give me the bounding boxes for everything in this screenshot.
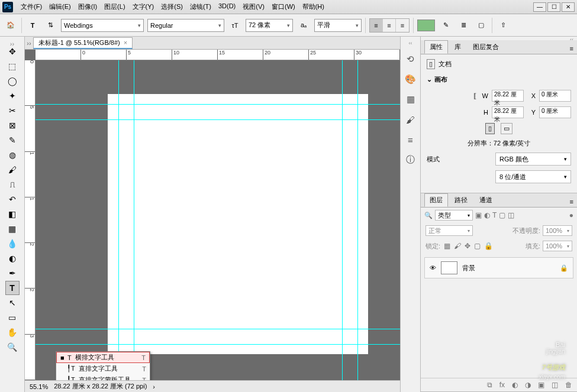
adjustments-panel-icon[interactable]: ⟲	[405, 53, 417, 65]
tab-channels[interactable]: 通道	[474, 193, 498, 207]
gradient-tool[interactable]: ▦	[5, 222, 20, 236]
menu-layer[interactable]: 图层(L)	[101, 1, 128, 12]
pen-tool[interactable]: ✒	[5, 266, 20, 280]
menu-file[interactable]: 文件(F)	[18, 1, 45, 12]
filter-type-icon[interactable]: T	[492, 211, 497, 219]
minimize-button[interactable]: —	[533, 2, 546, 12]
marquee-tool[interactable]: ⬚	[5, 59, 20, 73]
ruler-horizontal[interactable]: 0 510 1520 2530	[36, 50, 400, 60]
tab-libraries[interactable]: 库	[449, 40, 466, 54]
filter-toggle-icon[interactable]: ●	[569, 211, 573, 219]
healing-tool[interactable]: ◍	[5, 148, 20, 162]
lasso-tool[interactable]: ◯	[5, 74, 20, 88]
eraser-tool[interactable]: ◧	[5, 207, 20, 221]
expand-panels-icon[interactable]: ››	[25, 37, 33, 49]
zoom-tool[interactable]: 🔍	[5, 340, 20, 354]
layer-row[interactable]: 👁 背景 🔒	[424, 257, 573, 278]
text-color-swatch[interactable]	[417, 20, 435, 31]
brush-tool[interactable]: 🖌	[5, 163, 20, 177]
history-panel-icon[interactable]: ≡	[405, 134, 417, 145]
toggle-orientation-icon[interactable]: ⇅	[43, 18, 57, 33]
font-style-select[interactable]: Regular	[147, 19, 224, 32]
flyout-vertical-mask[interactable]: ╿T 直排文字蒙版工具T	[56, 374, 150, 380]
history-brush-tool[interactable]: ↶	[5, 192, 20, 206]
swatches-panel-icon[interactable]: ▦	[405, 93, 417, 105]
menu-filter[interactable]: 滤镜(T)	[187, 1, 214, 12]
menu-type[interactable]: 文字(Y)	[130, 1, 157, 12]
home-icon[interactable]: 🏠	[4, 18, 18, 33]
info-panel-icon[interactable]: ⓘ	[405, 154, 417, 166]
document-tab[interactable]: 未标题-1 @ 55.1%(RGB/8#) ×	[33, 37, 133, 49]
y-input[interactable]: 0 厘米	[539, 106, 571, 118]
font-family-select[interactable]: Webdings	[61, 19, 144, 32]
new-layer-icon[interactable]: ◫	[552, 381, 558, 389]
tab-properties[interactable]: 属性	[424, 40, 448, 54]
eyedropper-tool[interactable]: ✎	[5, 133, 20, 147]
link-layers-icon[interactable]: ⧉	[487, 381, 492, 389]
doc-info[interactable]: 28.22 厘米 x 28.22 厘米 (72 ppi)	[54, 382, 147, 391]
lock-artboard-icon[interactable]: ▢	[474, 242, 481, 250]
shape-tool[interactable]: ▭	[5, 310, 20, 325]
mask-icon[interactable]: ◐	[512, 381, 518, 389]
layer-thumbnail[interactable]	[441, 261, 457, 274]
search-icon[interactable]: 🔍	[424, 212, 433, 219]
crop-tool[interactable]: ✂	[5, 103, 20, 118]
ruler-vertical[interactable]: 05 11 22 3	[25, 60, 36, 380]
tab-close-icon[interactable]: ×	[124, 39, 127, 46]
menu-window[interactable]: 窗口(W)	[269, 1, 298, 12]
flyout-horizontal-type[interactable]: ■T 横排文字工具T	[56, 352, 150, 363]
tab-layer-comps[interactable]: 图层复合	[468, 40, 504, 54]
canvas-section-header[interactable]: ⌄ 画布	[427, 75, 571, 84]
lock-pos-icon[interactable]: ✥	[465, 242, 470, 250]
close-button[interactable]: ✕	[562, 2, 575, 12]
document-canvas[interactable]	[108, 94, 368, 354]
wand-tool[interactable]: ✦	[5, 89, 20, 103]
width-input[interactable]: 28.22 厘米	[492, 90, 524, 102]
bit-depth-select[interactable]: 8 位/通道	[495, 170, 571, 183]
color-mode-select[interactable]: RGB 颜色	[495, 153, 571, 166]
char-panel-icon[interactable]: ≣	[456, 18, 470, 33]
group-icon[interactable]: ▣	[538, 381, 544, 389]
lock-trans-icon[interactable]: ▦	[444, 242, 450, 250]
panel-menu-icon[interactable]: ≡	[566, 196, 577, 207]
brushes-panel-icon[interactable]: 🖌	[405, 114, 417, 125]
zoom-level[interactable]: 55.1%	[30, 383, 48, 390]
share-icon[interactable]: ⇧	[496, 18, 510, 33]
menu-3d[interactable]: 3D(D)	[215, 1, 238, 12]
blur-tool[interactable]: 💧	[5, 237, 20, 251]
delete-layer-icon[interactable]: 🗑	[565, 381, 572, 389]
filter-type-select[interactable]: 类型	[435, 210, 473, 221]
info-chevron-icon[interactable]: ›	[153, 383, 155, 390]
antialias-select[interactable]: 平滑	[314, 19, 362, 32]
dodge-tool[interactable]: ◐	[5, 251, 20, 265]
hand-tool[interactable]: ✋	[5, 325, 20, 339]
menu-view[interactable]: 视图(V)	[240, 1, 267, 12]
type-tool[interactable]: T	[5, 281, 20, 295]
filter-smart-icon[interactable]: ◫	[508, 211, 514, 219]
filter-image-icon[interactable]: ▣	[475, 211, 482, 219]
3d-text-icon[interactable]: ▢	[474, 18, 488, 33]
align-center-icon[interactable]: ≡	[383, 19, 396, 32]
lock-all-icon[interactable]: 🔒	[484, 242, 493, 250]
visibility-icon[interactable]: 👁	[430, 264, 436, 271]
warp-text-icon[interactable]: ✎	[439, 18, 453, 33]
filter-adjust-icon[interactable]: ◐	[484, 211, 490, 219]
align-left-icon[interactable]: ≡	[370, 19, 383, 32]
stamp-tool[interactable]: ⎍	[5, 177, 20, 192]
x-input[interactable]: 0 厘米	[539, 90, 571, 102]
lock-image-icon[interactable]: 🖌	[454, 242, 461, 250]
path-select-tool[interactable]: ↖	[5, 296, 20, 310]
tab-paths[interactable]: 路径	[449, 193, 473, 207]
adjustment-icon[interactable]: ◑	[525, 381, 531, 389]
move-tool[interactable]: ✥	[5, 44, 20, 59]
link-wh-icon[interactable]: ⟦	[473, 92, 476, 100]
height-input[interactable]: 28.22 厘米	[492, 106, 524, 118]
type-tool-icon[interactable]: T	[25, 18, 40, 33]
fill-input[interactable]: 100%	[543, 241, 572, 251]
frame-tool[interactable]: ⊠	[5, 118, 20, 132]
maximize-button[interactable]: ☐	[547, 2, 560, 12]
color-panel-icon[interactable]: 🎨	[405, 73, 417, 85]
align-right-icon[interactable]: ≡	[396, 19, 409, 32]
menu-edit[interactable]: 编辑(E)	[46, 1, 74, 12]
menu-image[interactable]: 图像(I)	[75, 1, 100, 12]
